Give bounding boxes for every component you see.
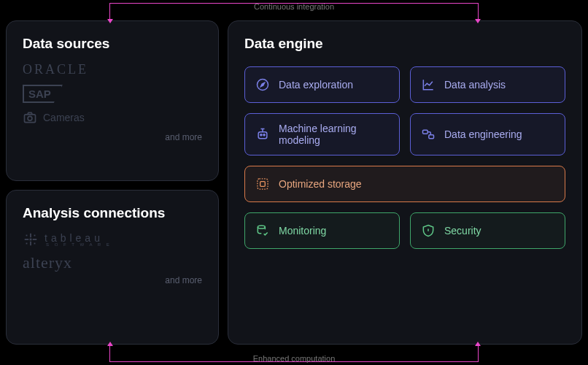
data-engine-title: Data engine	[244, 36, 565, 52]
camera-icon	[23, 110, 37, 125]
line-chart-icon	[421, 77, 436, 92]
tile-label: Monitoring	[279, 225, 326, 237]
svg-rect-8	[34, 235, 36, 237]
tile-data-engineering: Data engineering	[410, 113, 565, 155]
svg-rect-17	[429, 135, 434, 139]
tile-data-exploration: Data exploration	[244, 66, 400, 103]
connector-top-label: Continuous integration	[249, 2, 339, 11]
svg-rect-7	[26, 235, 28, 237]
svg-rect-4	[25, 239, 29, 240]
alteryx-logo: alteryx	[23, 253, 202, 272]
svg-rect-2	[30, 234, 31, 238]
svg-rect-18	[258, 179, 268, 189]
storage-icon	[255, 177, 270, 191]
tableau-logo: tableau S O F T W A R E	[23, 231, 202, 247]
database-check-icon	[255, 223, 270, 238]
tile-data-analysis: Data analysis	[410, 66, 565, 103]
svg-rect-6	[30, 239, 32, 241]
svg-point-1	[28, 116, 32, 120]
pipeline-icon	[421, 127, 436, 142]
data-engine-card: Data engine Data exploration Data analys…	[228, 20, 582, 345]
shield-alert-icon	[421, 223, 436, 238]
oracle-logo: ORACLE	[23, 62, 202, 77]
analysis-connections-more: and more	[23, 275, 202, 285]
tableau-subtext: S O F T W A R E	[46, 242, 112, 247]
data-sources-card: Data sources ORACLE SAP Cameras and more	[6, 20, 219, 181]
tile-label: Data engineering	[444, 128, 522, 140]
tile-label: Data analysis	[444, 79, 506, 91]
compass-icon	[255, 77, 270, 92]
tile-label: Data exploration	[279, 79, 353, 91]
cameras-label: Cameras	[43, 112, 85, 123]
tile-machine-learning: Machine learning modeling	[244, 113, 400, 155]
connector-bottom: Enhanced computation	[109, 345, 479, 362]
tile-security: Security	[410, 212, 565, 249]
svg-rect-9	[26, 243, 28, 245]
svg-point-20	[258, 226, 265, 228]
svg-rect-19	[260, 182, 266, 187]
svg-rect-10	[34, 243, 36, 245]
svg-marker-12	[261, 83, 265, 87]
analysis-connections-card: Analysis connections tableau S O F T W A…	[6, 190, 219, 345]
tile-label: Optimized storage	[279, 178, 362, 190]
sap-logo: SAP	[23, 85, 202, 103]
tile-monitoring: Monitoring	[244, 212, 400, 249]
cameras-item: Cameras	[23, 110, 202, 125]
svg-rect-0	[25, 115, 36, 123]
svg-rect-5	[33, 239, 37, 240]
connector-top: Continuous integration	[109, 3, 479, 20]
robot-icon	[255, 127, 270, 142]
tile-optimized-storage: Optimized storage	[244, 166, 565, 202]
data-sources-more: and more	[23, 132, 202, 142]
tile-label: Security	[444, 225, 481, 237]
svg-point-14	[260, 134, 262, 136]
svg-rect-13	[258, 132, 267, 139]
tableau-mark-icon	[23, 231, 39, 247]
analysis-connections-title: Analysis connections	[23, 205, 202, 221]
data-sources-title: Data sources	[23, 36, 202, 52]
svg-rect-3	[30, 242, 31, 246]
tile-label: Machine learning modeling	[279, 123, 389, 146]
svg-rect-16	[423, 130, 428, 134]
connector-bottom-label: Enhanced computation	[249, 354, 340, 363]
svg-point-15	[263, 134, 265, 136]
